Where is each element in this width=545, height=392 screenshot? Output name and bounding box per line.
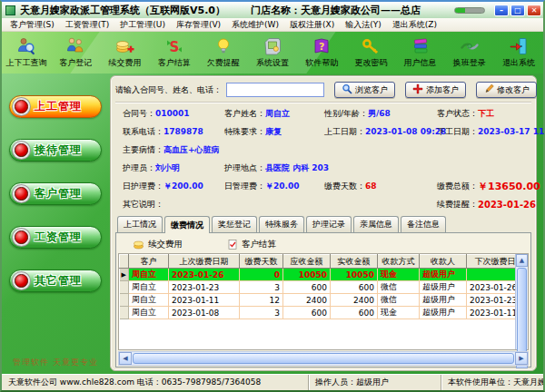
field-renew-reminder: 续费提醒：2023-01-26 — [437, 199, 545, 211]
table-cell: 3 — [240, 307, 283, 319]
customer-search-input[interactable] — [226, 83, 324, 97]
horizontal-scrollbar[interactable]: ◀ ▶ — [118, 351, 529, 366]
row-selector-cell — [120, 307, 129, 319]
table-cell: 现金 — [378, 307, 420, 319]
add-customer-button[interactable]: 添加客户 — [405, 82, 466, 98]
sidebar-item-duty-mgmt[interactable]: 上工管理 — [9, 95, 102, 118]
customer-panel: 请输入合同号、姓名、电话： 浏览客户添加客户修改客户清除信息 合同号：01000… — [110, 75, 537, 371]
menu-item-inventory-mgmt[interactable]: 库存管理(V) — [171, 18, 226, 32]
red-led-icon — [15, 230, 28, 244]
table-cell: 10050 — [283, 269, 331, 281]
table-cell: 现金 — [378, 269, 420, 281]
menu-bar: 客户管理(S)工资管理(T)护工管理(U)库存管理(V)系统维护(W)版权注册(… — [2, 18, 543, 32]
menu-item-caregiver-mgmt[interactable]: 护工管理(U) — [114, 18, 171, 32]
sidebar-nav: 上工管理接待管理客户管理工资管理其它管理管理软件 天意更专业 — [2, 74, 109, 374]
table-cell: 超级用户 — [420, 269, 467, 281]
field-status: 客户状态：下工 — [437, 108, 545, 120]
browse-customer-button[interactable]: 浏览客户 — [334, 82, 395, 98]
shift-icon — [460, 36, 480, 56]
toolbar-exit-system-button[interactable]: 退出系统 — [494, 36, 543, 69]
add-icon — [412, 83, 423, 96]
menu-item-license-register[interactable]: 版权注册(X) — [284, 18, 340, 32]
column-header[interactable]: 上次缴费日期 — [169, 255, 240, 269]
table-row[interactable]: 周自立2023-01-111224002400微信超级用户2023-01-23 — [120, 294, 516, 307]
toolbar-renew-fee-button[interactable]: 续交费用 — [100, 36, 149, 69]
scroll-up-icon[interactable]: ▲ — [516, 254, 528, 267]
worker-search-icon — [16, 36, 36, 56]
customer-search-row: 请输入合同号、姓名、电话： 浏览客户添加客户修改客户清除信息 — [115, 80, 531, 100]
table-cell: 微信 — [378, 281, 420, 294]
tab-payment-status[interactable]: 缴费情况 — [164, 216, 210, 233]
field-special: 特殊要求：康复 — [224, 126, 324, 138]
table-cell: 周自立 — [129, 281, 169, 294]
modify-customer-button[interactable]: 修改客户 — [476, 82, 537, 98]
toolbar-change-password-button[interactable]: 更改密码 — [346, 36, 395, 69]
row-selector-cell — [120, 294, 129, 307]
tab-remarks-info[interactable]: 备注信息 — [401, 216, 446, 232]
menu-item-system-maintenance[interactable]: 系统维护(W) — [226, 18, 284, 32]
menu-item-input-method[interactable]: 输入法(Y) — [340, 18, 387, 32]
vertical-scrollbar[interactable]: ▲ ▼ — [515, 254, 528, 349]
column-header[interactable]: 实收金额 — [331, 255, 378, 269]
field-daily-mgmt-fee: 日管理费：￥20.00 — [224, 181, 324, 192]
menu-item-customer-mgmt[interactable]: 客户管理(S) — [5, 18, 60, 32]
table-cell: 600 — [283, 281, 331, 294]
restore-button[interactable]: □ — [510, 5, 525, 16]
sidebar-slogan: 管理软件 天意更专业 — [2, 357, 109, 368]
toolbar-software-help-button[interactable]: ?软件帮助 — [297, 36, 346, 69]
renew-fee-button[interactable]: 续交费用 — [133, 239, 183, 250]
tab-duty-status[interactable]: 上工情况 — [117, 216, 163, 232]
table-row[interactable]: ▶周自立2023-01-2601005010050现金超级用户客户结算 — [120, 269, 516, 281]
status-unit: 本软件使用单位：天意月嫂家政公司——总店 — [441, 375, 543, 390]
table-row[interactable]: 周自立2023-01-083600600现金超级用户2023-01-11 — [120, 307, 516, 319]
red-led-icon — [15, 274, 28, 288]
tab-special-service[interactable]: 特殊服务 — [259, 216, 304, 232]
hscroll-thumb[interactable] — [133, 353, 514, 364]
close-button[interactable]: ✕ — [527, 5, 541, 16]
scroll-left-icon[interactable]: ◀ — [119, 352, 132, 365]
toolbar-onoff-duty-query-button[interactable]: 上下工查询 — [2, 36, 51, 69]
row-selector-header — [120, 255, 129, 269]
sidebar-item-other-mgmt[interactable]: 其它管理 — [9, 270, 102, 292]
vscroll-thumb[interactable] — [517, 268, 527, 355]
sidebar-item-reception-mgmt[interactable]: 接待管理 — [9, 139, 102, 162]
table-cell: 2400 — [283, 294, 331, 307]
field-location: 护理地点：县医院 内科 203 — [224, 162, 545, 174]
column-header[interactable]: 收款方式 — [378, 255, 420, 269]
toolbar-user-info-button[interactable]: 用户信息 — [396, 36, 445, 69]
minimize-button[interactable]: – — [494, 5, 509, 16]
toolbar-system-settings-button[interactable]: 系统设置 — [248, 36, 297, 69]
toolbar-label: 换班登录 — [453, 57, 486, 69]
tab-nursing-record[interactable]: 护理记录 — [306, 216, 352, 232]
toolbar-customer-settle-button[interactable]: S客户结算 — [150, 36, 199, 69]
column-header[interactable]: 收款人 — [420, 255, 467, 269]
tab-reward-punish[interactable]: 奖惩登记 — [212, 216, 257, 232]
status-operator: 操作人员：超级用户 — [309, 375, 441, 390]
menu-item-exit-system[interactable]: 退出系统(Z) — [387, 18, 442, 32]
toolbar-arrears-reminder-button[interactable]: 欠费提醒 — [199, 36, 248, 69]
toolbar-shift-login-button[interactable]: 换班登录 — [445, 36, 494, 69]
column-header[interactable]: 下次缴费日期 — [467, 255, 516, 269]
field-contract: 合同号：010001 — [123, 108, 224, 120]
column-header[interactable]: 缴费天数 — [240, 255, 283, 269]
sidebar-item-salary-mgmt[interactable]: 工资管理 — [9, 226, 102, 249]
table-cell: 2023-01-23 — [169, 281, 240, 294]
sidebar-item-customer-mgmt[interactable]: 客户管理 — [9, 182, 102, 205]
menu-item-salary-mgmt[interactable]: 工资管理(T) — [60, 18, 115, 32]
customer-settle-button[interactable]: 客户结算 — [226, 239, 276, 250]
edit-icon — [483, 83, 494, 96]
table-cell: 2023-01-26 — [169, 269, 240, 281]
column-header[interactable]: 客户 — [129, 255, 169, 269]
app-window: 天意月嫂家政派工管理系统（互联网版V5.0） 门店名称：天意月嫂家政公司——总店… — [0, 0, 545, 392]
browse-icon — [342, 83, 352, 96]
table-cell: 超级用户 — [420, 294, 467, 307]
scroll-right-icon[interactable]: ▶ — [515, 352, 528, 365]
table-cell: 超级用户 — [420, 281, 467, 294]
toolbar-customer-register-button[interactable]: 客户登记 — [51, 36, 100, 69]
field-paid-days: 缴费天数：68 — [324, 181, 437, 192]
tab-relatives-info[interactable]: 亲属信息 — [353, 216, 399, 232]
toolbar-label: 欠费提醒 — [207, 57, 240, 69]
field-other-note: 其它说明： — [123, 199, 437, 211]
table-row[interactable]: 周自立2023-01-233600600微信超级用户2023-01-26 — [120, 281, 516, 294]
column-header[interactable]: 应收金额 — [283, 255, 331, 269]
